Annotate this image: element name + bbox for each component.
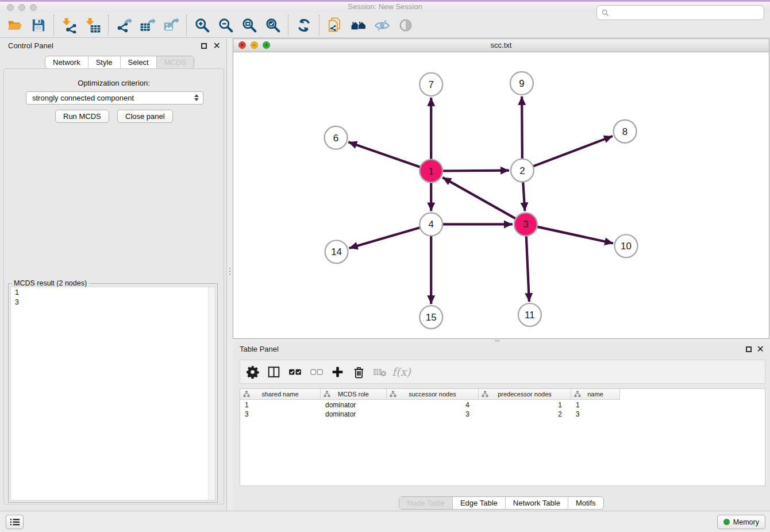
table-row[interactable]: 3dominator323 — [240, 410, 765, 419]
optimization-criterion-select[interactable]: strongly connected component — [26, 91, 203, 105]
cell-successor_nodes: 3 — [387, 410, 479, 418]
search-input[interactable] — [609, 6, 764, 19]
control-panel-close-icon[interactable]: ✕ — [213, 43, 221, 49]
table-tab-node-table[interactable]: Node Table — [399, 497, 453, 509]
column-header-successor_nodes[interactable]: successor nodes — [387, 389, 479, 400]
network-window-titlebar[interactable]: scc.txt — [233, 39, 769, 52]
attribute-tree-icon — [574, 391, 581, 398]
toolbar-separator — [186, 15, 187, 36]
export-network-button[interactable] — [112, 14, 136, 36]
zoom-fit-content-icon — [241, 17, 257, 33]
zoom-out-button[interactable] — [214, 14, 237, 36]
toolbar-separator — [288, 15, 288, 36]
open-session-button[interactable] — [3, 14, 26, 36]
export-table-button[interactable] — [136, 14, 159, 36]
memory-button[interactable]: Memory — [717, 515, 765, 529]
edge-3-to-11[interactable] — [526, 235, 529, 302]
graph-node-label-1: 1 — [429, 166, 434, 177]
zoom-fit-content-button[interactable] — [237, 14, 261, 36]
network-maximize-button[interactable] — [263, 41, 270, 49]
import-network-from-file-button[interactable] — [57, 14, 81, 36]
node-table-rows: 1dominator4113dominator323 — [240, 400, 765, 419]
control-panel-float-icon[interactable] — [201, 43, 207, 49]
cell-shared_name: 3 — [240, 410, 321, 418]
select-all-columns-icon — [287, 364, 303, 380]
import-table-from-file-button[interactable] — [81, 14, 105, 36]
task-history-button[interactable] — [6, 515, 24, 529]
export-image-icon — [163, 17, 179, 33]
graph-node-label-2: 2 — [519, 165, 525, 176]
control-tab-mcds[interactable]: MCDS — [157, 56, 194, 68]
edge-1-to-2[interactable] — [442, 171, 509, 171]
mcds-result-title: MCDS result (2 nodes) — [11, 279, 89, 287]
apply-preferred-layout-button[interactable] — [292, 14, 315, 36]
show-graphics-details-button[interactable] — [394, 14, 417, 36]
hide-graphics-details-button[interactable] — [370, 14, 394, 36]
network-canvas[interactable]: 1234678910111415 — [233, 52, 769, 338]
table-toolbar: f(x) — [240, 360, 765, 384]
control-panel-title: Control Panel — [8, 41, 53, 50]
cell-predecessor_nodes: 1 — [479, 401, 571, 409]
close-panel-button[interactable]: Close panel — [117, 110, 173, 123]
network-window-controls — [238, 41, 270, 49]
optimization-criterion-label: Optimization criterion: — [4, 79, 224, 87]
table-row[interactable]: 1dominator411 — [240, 400, 765, 410]
attribute-tree-icon — [482, 391, 488, 398]
column-header-name[interactable]: name — [571, 389, 620, 400]
new-network-from-selection-button[interactable] — [323, 14, 346, 36]
cell-mcds_role: dominator — [321, 401, 387, 409]
column-label-shared_name: shared name — [261, 391, 298, 398]
show-graphics-details-icon — [398, 17, 414, 33]
table-tab-edge-table[interactable]: Edge Table — [453, 497, 506, 509]
toolbar-separator — [319, 15, 319, 36]
table-tab-network-table[interactable]: Network Table — [506, 497, 568, 509]
network-close-button[interactable] — [238, 41, 246, 49]
edge-2-to-8[interactable] — [533, 136, 613, 167]
zoom-in-button[interactable] — [190, 14, 214, 36]
create-new-column-button[interactable] — [328, 363, 347, 381]
attribute-tree-icon — [324, 391, 330, 398]
mcds-result-scrollbar[interactable] — [208, 287, 215, 500]
delete-column-button[interactable] — [349, 363, 368, 381]
run-mcds-button[interactable]: Run MCDS — [55, 110, 109, 123]
edge-3-to-10[interactable] — [536, 226, 613, 243]
edge-2-to-9[interactable] — [522, 97, 522, 160]
control-tab-style[interactable]: Style — [88, 56, 121, 68]
network-minimize-button[interactable] — [251, 41, 258, 49]
apply-preferred-layout-icon — [296, 17, 312, 33]
export-table-icon — [140, 17, 156, 33]
graph-node-label-8: 8 — [622, 126, 627, 137]
zoom-selected-region-icon — [265, 17, 281, 33]
cell-successor_nodes: 4 — [387, 401, 479, 409]
edge-1-to-6[interactable] — [348, 142, 421, 167]
edge-3-to-1[interactable] — [442, 178, 516, 219]
zoom-selected-region-button[interactable] — [261, 14, 284, 36]
mcds-result-text: 1 3 — [15, 288, 211, 307]
save-session-button[interactable] — [26, 14, 50, 36]
table-settings-gear-button[interactable] — [243, 363, 262, 381]
column-label-predecessor_nodes: predecessor nodes — [498, 391, 552, 398]
table-panel-close-icon[interactable]: ✕ — [757, 346, 764, 353]
edge-4-to-14[interactable] — [349, 228, 421, 248]
panel-splitter-handle[interactable] — [229, 266, 231, 276]
attribute-tree-icon — [243, 391, 250, 398]
table-tab-motifs[interactable]: Motifs — [568, 497, 603, 509]
toolbar-separator — [53, 15, 54, 36]
column-header-predecessor_nodes[interactable]: predecessor nodes — [479, 389, 571, 400]
edge-2-to-3[interactable] — [523, 182, 525, 211]
mcds-result-area[interactable]: 1 3 — [10, 287, 215, 500]
delete-table-button — [371, 363, 390, 381]
table-panel-float-icon[interactable] — [746, 346, 752, 352]
cell-predecessor_nodes: 2 — [479, 410, 571, 418]
show-network-overview-button[interactable] — [346, 14, 370, 36]
column-header-mcds_role[interactable]: MCDS role — [321, 389, 387, 400]
control-tab-select[interactable]: Select — [121, 56, 157, 68]
search-icon — [602, 9, 609, 17]
column-header-shared_name[interactable]: shared name — [240, 389, 321, 400]
select-all-columns-button[interactable] — [286, 363, 305, 381]
export-image-button[interactable] — [159, 14, 183, 36]
split-columns-button[interactable] — [264, 363, 283, 381]
control-tab-network[interactable]: Network — [45, 56, 88, 68]
status-bar: Memory — [0, 511, 770, 532]
unselect-all-columns-button[interactable] — [307, 363, 326, 381]
